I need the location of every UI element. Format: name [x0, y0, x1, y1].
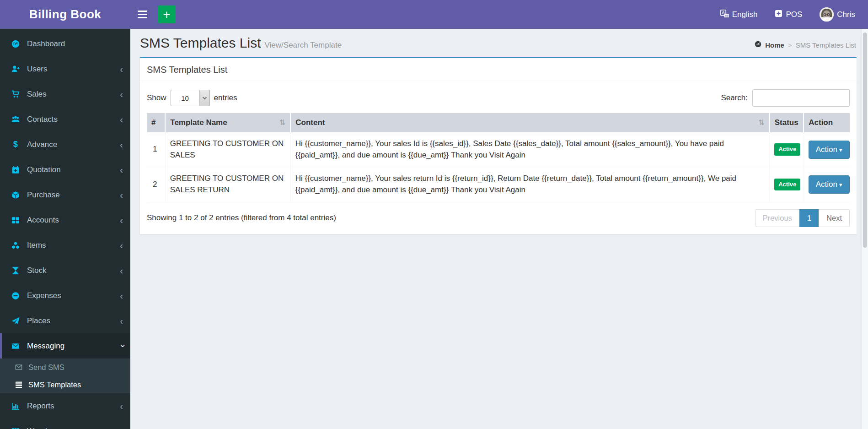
- show-label: Show: [147, 93, 166, 103]
- status-badge: Active: [774, 143, 800, 156]
- list-icon: [14, 381, 24, 388]
- calendar-plus-icon: [10, 166, 21, 174]
- minus-circle-icon: [10, 292, 21, 300]
- sidebar-item-accounts[interactable]: Accounts ‹: [0, 207, 130, 233]
- breadcrumb-separator: >: [788, 41, 792, 49]
- col-header-num[interactable]: #: [147, 113, 165, 132]
- language-label: English: [732, 10, 758, 19]
- sidebar-item-items[interactable]: Items ‹: [0, 233, 130, 258]
- submenu-item-send-sms[interactable]: Send SMS: [0, 358, 130, 376]
- hourglass-icon: [10, 266, 21, 275]
- sidebar-nav: Dashboard Users ‹ Sales ‹ Contacts ‹ $ A…: [0, 29, 130, 429]
- sidebar-toggle-icon[interactable]: [130, 0, 154, 29]
- status-badge: Active: [774, 179, 800, 191]
- dollar-icon: $: [10, 140, 21, 149]
- sidebar-item-sales[interactable]: Sales ‹: [0, 81, 130, 107]
- user-menu[interactable]: Chris: [820, 7, 855, 22]
- sidebar-item-advance[interactable]: $ Advance ‹: [0, 132, 130, 157]
- sidebar-item-reports[interactable]: Reports ‹: [0, 393, 130, 418]
- page-title: SMS Templates List: [140, 35, 261, 50]
- col-header-template-name[interactable]: Template Name⇅: [165, 113, 290, 132]
- sidebar-label: Messaging: [27, 342, 64, 351]
- chevron-left-icon: ‹: [120, 190, 123, 200]
- page-subtitle: View/Search Template: [265, 41, 342, 49]
- chevron-left-icon: ‹: [120, 316, 123, 326]
- col-header-action: Action: [804, 113, 850, 132]
- plus-square-icon: [775, 10, 782, 20]
- pos-link[interactable]: POS: [775, 10, 802, 20]
- sidebar-item-contacts[interactable]: Contacts ‹: [0, 107, 130, 132]
- envelope-icon: [10, 342, 21, 350]
- cart-icon: [10, 90, 21, 98]
- row-num: 2: [147, 167, 165, 202]
- bar-chart-icon: [10, 402, 21, 410]
- action-dropdown-button[interactable]: Action▾: [809, 175, 850, 194]
- top-navbar: Billing Book + A English POS Chris: [0, 0, 868, 29]
- brand-logo[interactable]: Billing Book: [0, 0, 130, 29]
- col-header-content[interactable]: Content⇅: [290, 113, 769, 132]
- language-menu[interactable]: A English: [720, 9, 758, 20]
- sidebar-label: Places: [27, 316, 50, 326]
- row-template-name: GREETING TO CUSTOMER ON SALES RETURN: [165, 167, 290, 202]
- row-template-name: GREETING TO CUSTOMER ON SALES: [165, 132, 290, 167]
- table-row: 2 GREETING TO CUSTOMER ON SALES RETURN H…: [147, 167, 850, 202]
- pagination-next-button[interactable]: Next: [819, 209, 850, 227]
- chevron-left-icon: ‹: [120, 426, 123, 429]
- chevron-left-icon: ‹: [120, 266, 123, 275]
- caret-down-icon: ▾: [839, 181, 842, 188]
- user-name: Chris: [837, 10, 855, 19]
- sidebar-label: Warehouse: [27, 427, 66, 429]
- sidebar-item-dashboard[interactable]: Dashboard: [0, 31, 130, 56]
- col-header-status: Status: [770, 113, 804, 132]
- chevron-left-icon: ‹: [120, 240, 123, 250]
- sidebar-item-stock[interactable]: Stock ‹: [0, 258, 130, 283]
- pagination-previous-button[interactable]: Previous: [755, 209, 800, 227]
- quick-add-button[interactable]: +: [158, 5, 176, 23]
- chevron-left-icon: ‹: [120, 64, 123, 74]
- scrollbar-thumb[interactable]: [863, 33, 867, 248]
- row-content: Hi {{customer_name}}, Your sales return …: [290, 167, 769, 202]
- breadcrumb-current: SMS Templates List: [796, 41, 856, 49]
- sidebar-item-places[interactable]: Places ‹: [0, 308, 130, 333]
- sms-templates-table: # Template Name⇅ Content⇅ Status Action …: [147, 113, 850, 202]
- page-length-select[interactable]: 10: [171, 90, 210, 106]
- entries-label: entries: [214, 93, 237, 103]
- sidebar-label: Purchase: [27, 190, 60, 200]
- sidebar-item-purchase[interactable]: Purchase ‹: [0, 182, 130, 207]
- chevron-down-icon: ‹: [117, 344, 126, 348]
- submenu-label: SMS Templates: [28, 380, 81, 389]
- sidebar-label: Contacts: [27, 115, 58, 124]
- vertical-scrollbar[interactable]: [862, 29, 868, 429]
- search-input[interactable]: [752, 89, 850, 107]
- sidebar-item-expenses[interactable]: Expenses ‹: [0, 283, 130, 308]
- select-chevron-down-icon: [199, 90, 209, 106]
- table-info-text: Showing 1 to 2 of 2 entries (filtered fr…: [147, 213, 336, 223]
- chevron-left-icon: ‹: [120, 291, 123, 300]
- sidebar-item-warehouse[interactable]: Warehouse ‹: [0, 418, 130, 429]
- breadcrumb: Home > SMS Templates List: [755, 41, 856, 51]
- envelope-outline-icon: [14, 364, 24, 371]
- sidebar-item-quotation[interactable]: Quotation ‹: [0, 157, 130, 182]
- caret-down-icon: ▾: [839, 147, 842, 153]
- submenu-item-sms-templates[interactable]: SMS Templates: [0, 376, 130, 393]
- chevron-left-icon: ‹: [120, 114, 123, 124]
- sidebar-item-users[interactable]: Users ‹: [0, 56, 130, 81]
- sidebar-label: Reports: [27, 402, 54, 411]
- sidebar-label: Accounts: [27, 216, 59, 225]
- sms-templates-panel: SMS Templates List Show 10 entries Searc…: [140, 57, 857, 234]
- page-length-value: 10: [171, 90, 199, 106]
- sidebar-label: Sales: [27, 90, 47, 99]
- home-dashboard-icon: [755, 41, 761, 49]
- chevron-left-icon: ‹: [120, 401, 123, 411]
- chevron-left-icon: ‹: [120, 165, 123, 174]
- pagination-page-1-button[interactable]: 1: [799, 209, 819, 227]
- sidebar-item-messaging[interactable]: Messaging ‹: [0, 333, 130, 358]
- sidebar-label: Expenses: [27, 291, 61, 300]
- chevron-left-icon: ‹: [120, 89, 123, 99]
- table-row: 1 GREETING TO CUSTOMER ON SALES Hi {{cus…: [147, 132, 850, 167]
- action-dropdown-button[interactable]: Action▾: [809, 141, 850, 159]
- pos-label: POS: [786, 10, 802, 19]
- breadcrumb-home[interactable]: Home: [765, 41, 784, 49]
- chevron-left-icon: ‹: [120, 215, 123, 225]
- user-avatar: [820, 7, 834, 22]
